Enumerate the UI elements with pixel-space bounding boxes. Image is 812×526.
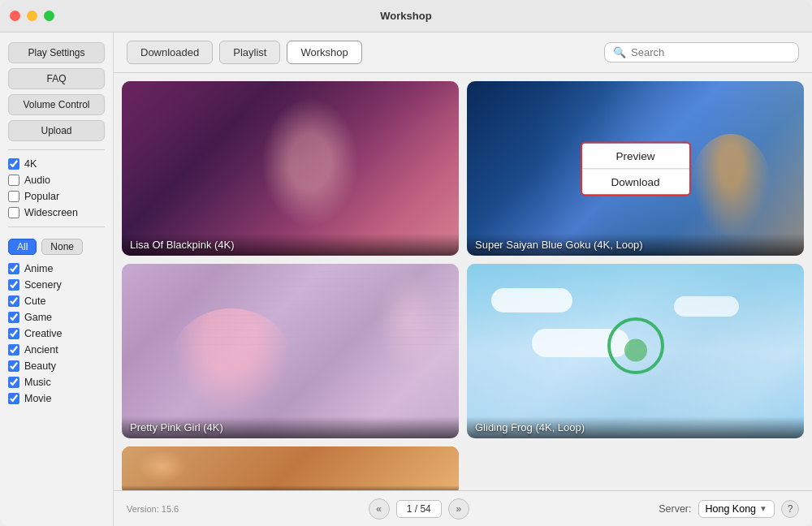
server-label: Server: [659, 503, 691, 515]
filter-popular-label: Popular [24, 191, 59, 202]
category-music-checkbox[interactable] [8, 377, 19, 388]
category-ancient-checkbox[interactable] [8, 344, 19, 356]
upload-button[interactable]: Upload [8, 120, 105, 141]
pagination: « 1 / 54 » [369, 498, 469, 520]
filter-all-button[interactable]: All [8, 239, 37, 255]
category-cute-label: Cute [24, 295, 45, 307]
filter-audio[interactable]: Audio [8, 175, 105, 186]
card-overlay-goku: Super Saiyan Blue Goku (4K, Loop) [467, 234, 804, 256]
category-creative[interactable]: Creative [8, 328, 105, 339]
filter-widescreen-label: Widescreen [24, 207, 78, 218]
close-button[interactable] [10, 11, 20, 21]
wallpaper-grid-area: Lisa Of Blackpink (4K) Preview Download … [114, 73, 812, 490]
wallpaper-grid: Lisa Of Blackpink (4K) Preview Download … [122, 81, 804, 490]
card-title-frog: Gliding Frog (4K, Loop) [475, 421, 585, 433]
filter-4k-label: 4K [24, 158, 37, 170]
topbar: Downloaded Playlist Workshop 🔍 [114, 32, 812, 73]
card-title-lisa: Lisa Of Blackpink (4K) [130, 239, 235, 251]
category-creative-checkbox[interactable] [8, 328, 19, 339]
wallpaper-card-frog[interactable]: Gliding Frog (4K, Loop) [467, 264, 804, 438]
chevron-down-icon: ▼ [759, 504, 767, 513]
filter-popular-checkbox[interactable] [8, 191, 19, 202]
category-anime[interactable]: Anime [8, 263, 105, 274]
download-button[interactable]: Download [581, 168, 689, 194]
filter-none-button[interactable]: None [41, 239, 83, 255]
tab-playlist[interactable]: Playlist [219, 41, 280, 64]
divider-1 [8, 149, 105, 150]
search-icon: 🔍 [613, 46, 626, 58]
window-title: Workshop [380, 10, 431, 22]
help-button[interactable]: ? [781, 500, 799, 518]
search-input[interactable] [631, 46, 790, 58]
content-area: Downloaded Playlist Workshop 🔍 Lisa Of B… [114, 32, 812, 526]
category-movie-checkbox[interactable] [8, 393, 19, 404]
page-indicator: 1 / 54 [396, 500, 442, 518]
bottombar: Version: 15.6 « 1 / 54 » Server: Hong Ko… [114, 490, 812, 526]
category-scenery-label: Scenery [24, 279, 62, 291]
category-creative-label: Creative [24, 328, 63, 339]
category-ancient[interactable]: Ancient [8, 344, 105, 356]
category-game[interactable]: Game [8, 312, 105, 323]
card-overlay-lisa: Lisa Of Blackpink (4K) [122, 234, 459, 256]
filter-4k[interactable]: 4K [8, 158, 105, 170]
prev-page-button[interactable]: « [369, 498, 390, 520]
filter-audio-checkbox[interactable] [8, 175, 19, 186]
server-area: Server: Hong Kong ▼ ? [659, 500, 799, 518]
category-beauty-label: Beauty [24, 360, 56, 372]
server-value: Hong Kong [706, 503, 757, 515]
wallpaper-card-goku[interactable]: Preview Download Super Saiyan Blue Goku … [467, 81, 804, 256]
category-scenery-checkbox[interactable] [8, 279, 19, 291]
wallpaper-card-bottom[interactable] [122, 446, 459, 490]
category-ancient-label: Ancient [24, 344, 58, 356]
tab-workshop[interactable]: Workshop [287, 41, 361, 64]
maximize-button[interactable] [44, 11, 54, 21]
wallpaper-card-lisa[interactable]: Lisa Of Blackpink (4K) [122, 81, 459, 256]
category-movie[interactable]: Movie [8, 393, 105, 404]
category-beauty[interactable]: Beauty [8, 360, 105, 372]
card-overlay-sailor: Pretty Pink Girl (4K) [122, 416, 459, 438]
category-music[interactable]: Music [8, 377, 105, 388]
category-cute-checkbox[interactable] [8, 295, 19, 307]
server-select[interactable]: Hong Kong ▼ [698, 500, 775, 518]
category-scenery[interactable]: Scenery [8, 279, 105, 291]
filter-audio-label: Audio [24, 175, 50, 186]
category-game-label: Game [24, 312, 52, 323]
card-title-goku: Super Saiyan Blue Goku (4K, Loop) [475, 239, 643, 251]
filter-all-none-row: All None [8, 239, 105, 255]
search-bar: 🔍 [604, 42, 799, 63]
wallpaper-card-sailor[interactable]: Pretty Pink Girl (4K) [122, 264, 459, 438]
minimize-button[interactable] [27, 11, 37, 21]
category-beauty-checkbox[interactable] [8, 360, 19, 372]
faq-button[interactable]: FAQ [8, 68, 105, 89]
tab-downloaded[interactable]: Downloaded [127, 41, 213, 64]
sidebar: Play Settings FAQ Volume Control Upload … [0, 32, 114, 526]
volume-control-button[interactable]: Volume Control [8, 94, 105, 115]
filter-widescreen[interactable]: Widescreen [8, 207, 105, 218]
card-title-sailor: Pretty Pink Girl (4K) [130, 421, 223, 433]
popup-overlay: Preview Download [580, 141, 690, 196]
category-movie-label: Movie [24, 393, 51, 404]
category-anime-checkbox[interactable] [8, 263, 19, 274]
filter-popular[interactable]: Popular [8, 191, 105, 202]
category-music-label: Music [24, 377, 51, 388]
category-cute[interactable]: Cute [8, 295, 105, 307]
version-text: Version: 15.6 [127, 504, 179, 514]
divider-2 [8, 226, 105, 227]
filter-4k-checkbox[interactable] [8, 158, 19, 170]
preview-button[interactable]: Preview [581, 143, 689, 168]
category-anime-label: Anime [24, 263, 53, 274]
card-overlay-frog: Gliding Frog (4K, Loop) [467, 416, 804, 438]
category-game-checkbox[interactable] [8, 312, 19, 323]
card-overlay-bottom [122, 485, 459, 490]
filter-widescreen-checkbox[interactable] [8, 207, 19, 218]
play-settings-button[interactable]: Play Settings [8, 42, 105, 63]
next-page-button[interactable]: » [448, 498, 469, 520]
